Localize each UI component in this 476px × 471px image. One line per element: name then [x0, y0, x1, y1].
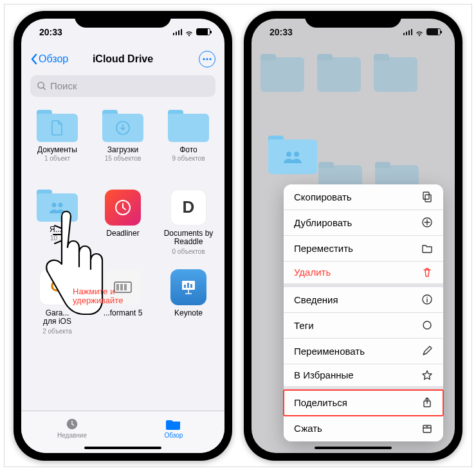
- item-subtitle: 10 ...: [50, 235, 64, 242]
- screen-left: 20:33 Обзор iCloud Drive: [21, 19, 224, 453]
- folder-icon: [421, 242, 433, 254]
- item-subtitle: 2 объекта: [42, 328, 72, 335]
- menu-item-archive[interactable]: Сжать: [284, 416, 443, 441]
- menu-item-info[interactable]: Сведения: [284, 287, 443, 313]
- file-item[interactable]: Загрузки15 объектов: [92, 110, 154, 186]
- svg-point-9: [59, 281, 63, 285]
- signal-icon: [173, 29, 183, 35]
- page-title: iCloud Drive: [93, 53, 153, 65]
- svg-rect-29: [423, 192, 429, 199]
- svg-point-26: [286, 152, 291, 157]
- folder-icon: [102, 110, 143, 142]
- duplicate-icon: [421, 217, 433, 228]
- item-name: Deadliner: [106, 229, 139, 238]
- svg-line-4: [43, 87, 45, 89]
- share-icon: [421, 396, 433, 408]
- selected-folder: [268, 136, 317, 178]
- item-name: Gara... для iOS: [43, 309, 71, 327]
- svg-point-0: [203, 58, 205, 60]
- file-item[interactable]: DDocuments by Readdle0 объектов: [158, 190, 219, 265]
- menu-item-label: Сведения: [294, 294, 338, 305]
- menu-item-label: Поделиться: [294, 397, 347, 408]
- info-icon: [421, 294, 433, 305]
- menu-item-label: Удалить: [294, 267, 331, 278]
- pencil-icon: [421, 345, 433, 357]
- back-label: Обзор: [39, 53, 68, 65]
- svg-rect-18: [187, 283, 189, 288]
- item-name: Фото: [179, 146, 197, 155]
- item-name: Documents by Readdle: [159, 229, 218, 247]
- menu-item-label: Переименовать: [294, 346, 365, 357]
- search-icon: [37, 81, 46, 91]
- folder-icon: [37, 190, 78, 222]
- menu-item-duplicate[interactable]: Дублировать: [284, 210, 443, 236]
- svg-point-2: [209, 58, 211, 60]
- svg-rect-19: [190, 284, 192, 288]
- item-name: Документы: [37, 146, 77, 155]
- item-name: Я...к: [50, 226, 65, 235]
- file-item[interactable]: ...formant 5: [92, 269, 154, 345]
- menu-item-label: Дублировать: [294, 217, 352, 228]
- app-icon: D: [170, 190, 206, 226]
- menu-item-share[interactable]: Поделиться: [284, 390, 443, 416]
- tab-recents-label: Недавние: [57, 432, 87, 439]
- search-placeholder: Поиск: [50, 80, 77, 91]
- app-icon: [39, 269, 75, 305]
- tab-browse-label: Обзор: [165, 432, 183, 439]
- folder-icon: [37, 110, 78, 142]
- ellipsis-icon: [203, 58, 212, 60]
- svg-point-35: [426, 297, 428, 298]
- tab-recents[interactable]: Недавние: [21, 411, 123, 445]
- star-icon: [421, 369, 433, 381]
- archive-icon: [421, 423, 433, 434]
- file-item[interactable]: Gara... для iOS2 объекта: [26, 269, 88, 345]
- svg-rect-12: [120, 284, 123, 290]
- folder-icon: [168, 110, 209, 142]
- svg-rect-13: [124, 284, 127, 290]
- more-button[interactable]: [199, 51, 215, 67]
- tab-browse[interactable]: Обзор: [123, 411, 224, 445]
- item-name: ...formant 5: [104, 309, 143, 318]
- svg-rect-11: [116, 284, 119, 290]
- item-subtitle: 0 объектов: [172, 248, 205, 255]
- item-subtitle: 15 объектов: [105, 155, 142, 162]
- back-button[interactable]: Обзор: [30, 53, 68, 65]
- app-icon: [170, 269, 206, 305]
- folder-icon: [166, 418, 181, 431]
- svg-point-27: [294, 152, 299, 157]
- clock-icon: [64, 418, 80, 431]
- item-name: Keynote: [174, 309, 203, 318]
- menu-item-label: Сжать: [294, 423, 322, 434]
- svg-point-7: [59, 202, 63, 207]
- battery-icon: [196, 28, 210, 35]
- notch: [75, 11, 171, 28]
- home-indicator[interactable]: [84, 447, 161, 449]
- search-input[interactable]: Поиск: [30, 75, 215, 97]
- menu-item-trash[interactable]: Удалить: [284, 262, 443, 287]
- file-item[interactable]: Deadliner: [92, 190, 154, 265]
- svg-point-36: [423, 321, 431, 329]
- menu-item-tag[interactable]: Теги: [284, 313, 443, 339]
- menu-item-label: В Избранные: [294, 369, 354, 380]
- menu-item-label: Скопировать: [294, 191, 352, 202]
- notch: [305, 11, 401, 28]
- file-item[interactable]: Документы1 объект: [26, 110, 88, 186]
- file-item[interactable]: Фото9 объектов: [158, 110, 219, 186]
- file-item[interactable]: Keynote: [158, 269, 219, 345]
- status-indicators: [173, 28, 211, 35]
- menu-item-star[interactable]: В Избранные: [284, 364, 443, 390]
- screen-right: 20:33 Скопир: [252, 19, 455, 453]
- menu-item-folder[interactable]: Переместить: [284, 236, 443, 262]
- wifi-icon: [185, 28, 194, 35]
- item-subtitle: 9 объектов: [172, 155, 205, 162]
- files-grid: Документы1 объектЗагрузки15 объектовФото…: [21, 103, 224, 351]
- home-indicator[interactable]: [315, 447, 392, 449]
- file-item[interactable]: Я...к10 ...: [26, 190, 88, 265]
- context-menu: СкопироватьДублироватьПереместитьУдалить…: [284, 184, 443, 441]
- menu-item-pencil[interactable]: Переименовать: [284, 339, 443, 364]
- item-subtitle: 1 объект: [44, 155, 70, 162]
- menu-item-copy[interactable]: Скопировать: [284, 184, 443, 210]
- phone-left: 20:33 Обзор iCloud Drive: [14, 11, 232, 461]
- tag-icon: [421, 319, 433, 331]
- people-icon: [282, 150, 303, 163]
